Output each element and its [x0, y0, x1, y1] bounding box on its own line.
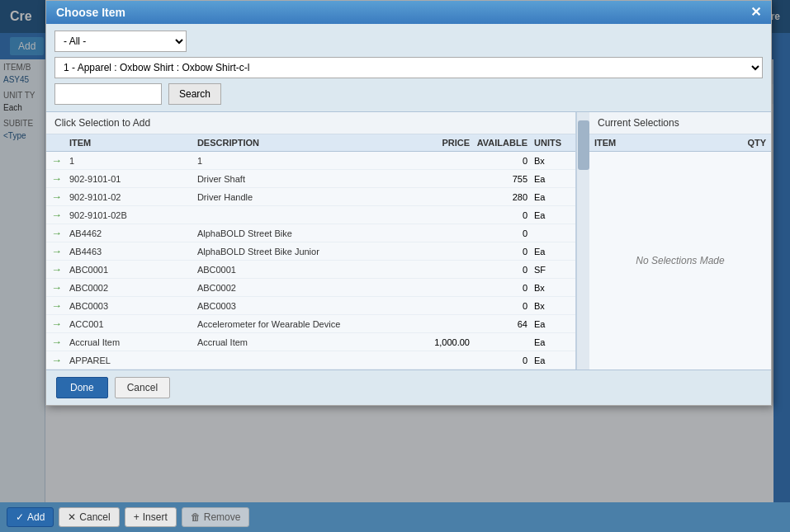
row-arrow: → — [46, 245, 66, 257]
cancel-bottom-button[interactable]: ✕ Cancel — [59, 507, 119, 527]
insert-label: Insert — [143, 511, 168, 523]
row-item: 902-9101-02B — [66, 210, 197, 220]
table-row[interactable]: → 902-9101-02 Driver Handle 280 Ea — [46, 188, 575, 206]
row-arrow: → — [46, 281, 66, 294]
no-selections-text: No Selections Made — [636, 255, 724, 266]
row-item: 1 — [66, 156, 197, 166]
row-item: APPAREL — [66, 355, 197, 365]
row-arrow: → — [46, 154, 66, 167]
row-units: Ea — [534, 247, 575, 257]
row-available: 0 — [476, 301, 534, 311]
row-units: Ea — [534, 174, 575, 184]
row-description: AlphaBOLD Street Bike Junior — [197, 247, 410, 257]
row-description: Accrual Item — [197, 337, 410, 347]
row-arrow: → — [46, 172, 66, 185]
items-table: ITEM DESCRIPTION PRICE AVAILABLE UNITS →… — [46, 134, 575, 370]
insert-bottom-button[interactable]: + Insert — [125, 507, 177, 527]
left-panel-header: Click Selection to Add — [46, 112, 575, 134]
cancel-icon: ✕ — [68, 511, 76, 523]
row-item: AB4462 — [66, 228, 197, 238]
remove-icon: 🗑 — [191, 511, 201, 523]
modal-close-button[interactable]: ✕ — [750, 6, 761, 19]
row-description: AlphaBOLD Street Bike — [197, 228, 410, 238]
right-table-header: ITEM QTY — [589, 134, 771, 152]
row-units: Ea — [534, 355, 575, 365]
table-row[interactable]: → APPAREL 0 Ea — [46, 351, 575, 370]
row-arrow: → — [46, 336, 66, 348]
table-row[interactable]: → 902-9101-02B 0 Ea — [46, 206, 575, 224]
table-row[interactable]: → AB4462 AlphaBOLD Street Bike 0 — [46, 224, 575, 242]
row-units: Ea — [534, 337, 575, 347]
table-row[interactable]: → ABC0002 ABC0002 0 Bx — [46, 279, 575, 297]
table-scrollbar[interactable] — [576, 112, 589, 370]
col-units-header: UNITS — [534, 138, 575, 148]
row-available: 0 — [476, 265, 534, 275]
row-available: 0 — [476, 210, 534, 220]
row-arrow: → — [46, 299, 66, 312]
row-item: ABC0002 — [66, 283, 197, 293]
table-row[interactable]: → 902-9101-01 Driver Shaft 755 Ea — [46, 170, 575, 188]
row-description: ABC0001 — [197, 265, 410, 275]
remove-bottom-button[interactable]: 🗑 Remove — [182, 507, 250, 527]
right-panel: Current Selections ITEM QTY No Selection… — [589, 112, 771, 370]
right-panel-header: Current Selections — [589, 112, 771, 134]
add-icon: ✓ — [16, 511, 24, 523]
modal-overlay: Choose Item ✕ - All - 1 - Apparel : Oxbo… — [0, 0, 790, 532]
row-item: ABC0001 — [66, 265, 197, 275]
row-description: Driver Handle — [197, 192, 410, 202]
modal-toolbar: - All - 1 - Apparel : Oxbow Shirt : Oxbo… — [46, 24, 771, 112]
row-item: AB4463 — [66, 247, 197, 257]
row-item: ABC0003 — [66, 301, 197, 311]
table-row[interactable]: → Accrual Item Accrual Item 1,000.00 Ea — [46, 333, 575, 351]
row-available: 0 — [476, 355, 534, 365]
table-row[interactable]: → 1 1 0 Bx — [46, 152, 575, 170]
row-available: 0 — [476, 156, 534, 166]
table-row[interactable]: → ACC001 Accelerometer for Wearable Devi… — [46, 315, 575, 333]
modal-body: Click Selection to Add ITEM DESCRIPTION … — [46, 112, 771, 370]
table-row[interactable]: → AB4463 AlphaBOLD Street Bike Junior 0 … — [46, 242, 575, 261]
row-description: 1 — [197, 156, 410, 166]
row-arrow: → — [46, 318, 66, 330]
item-path-row: 1 - Apparel : Oxbow Shirt : Oxbow Shirt-… — [54, 57, 763, 78]
col-avail-header: AVAILABLE — [476, 138, 534, 148]
row-units: Ea — [534, 192, 575, 202]
row-available: 0 — [476, 247, 534, 257]
row-description: ABC0003 — [197, 301, 410, 311]
row-units: SF — [534, 265, 575, 275]
done-button[interactable]: Done — [56, 377, 108, 398]
row-item: ACC001 — [66, 319, 197, 329]
table-row[interactable]: → ABC0003 ABC0003 0 Bx — [46, 297, 575, 315]
table-row[interactable]: → ABC0001 ABC0001 0 SF — [46, 261, 575, 279]
col-desc-header: DESCRIPTION — [197, 138, 410, 148]
left-panel: Click Selection to Add ITEM DESCRIPTION … — [46, 112, 576, 370]
filter-row: - All - — [54, 31, 763, 52]
search-row: Search — [54, 83, 763, 105]
row-units: Bx — [534, 283, 575, 293]
insert-icon: + — [134, 511, 140, 523]
add-bottom-button[interactable]: ✓ Add — [7, 507, 54, 527]
row-arrow: → — [46, 354, 66, 366]
scrollbar-thumb[interactable] — [578, 120, 589, 170]
right-panel-body: No Selections Made — [589, 152, 771, 370]
filter-dropdown[interactable]: - All - — [54, 31, 187, 52]
item-path-dropdown[interactable]: 1 - Apparel : Oxbow Shirt : Oxbow Shirt-… — [54, 57, 763, 78]
col-item-header: ITEM — [66, 138, 197, 148]
modal-header: Choose Item ✕ — [46, 1, 771, 24]
col-price-header: PRICE — [410, 138, 476, 148]
search-button[interactable]: Search — [168, 83, 221, 105]
choose-item-modal: Choose Item ✕ - All - 1 - Apparel : Oxbo… — [45, 0, 772, 406]
table-header-row: ITEM DESCRIPTION PRICE AVAILABLE UNITS — [46, 134, 575, 152]
search-input[interactable] — [54, 83, 162, 105]
right-col-item-header: ITEM — [594, 138, 725, 148]
row-arrow: → — [46, 209, 66, 221]
row-units: Ea — [534, 319, 575, 329]
row-description: Driver Shaft — [197, 174, 410, 184]
row-available: 0 — [476, 283, 534, 293]
modal-footer: Done Cancel — [46, 370, 771, 405]
row-arrow: → — [46, 227, 66, 239]
cancel-button[interactable]: Cancel — [115, 377, 170, 398]
row-item: 902-9101-02 — [66, 192, 197, 202]
row-units: Bx — [534, 301, 575, 311]
col-arrow-header — [46, 138, 66, 148]
table-body: → 1 1 0 Bx → 902-9101-01 Driver Shaft 75… — [46, 152, 575, 370]
